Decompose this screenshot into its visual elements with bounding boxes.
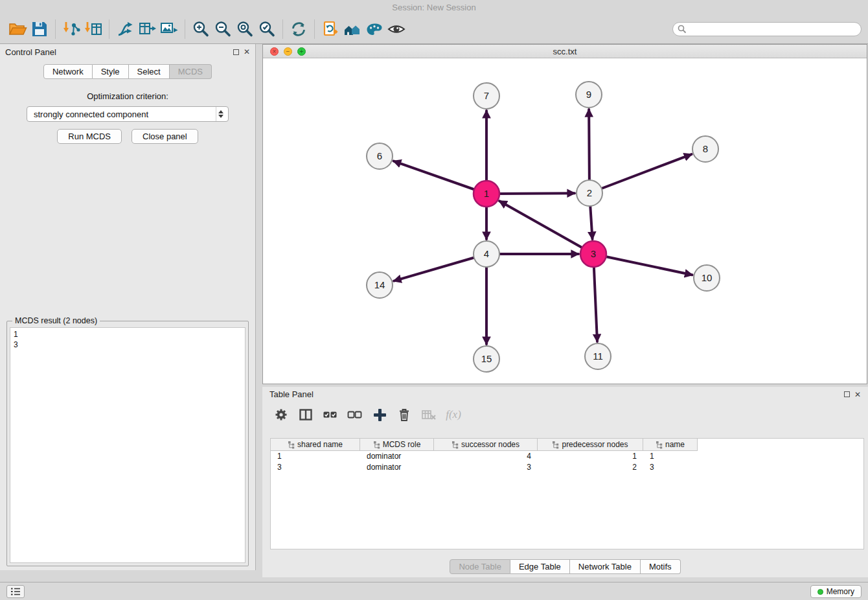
open-session-icon[interactable] — [6, 18, 29, 40]
cell-MCDS-role: dominator — [360, 462, 434, 473]
status-bar: Memory — [0, 582, 868, 600]
tab-node-table[interactable]: Node Table — [450, 559, 510, 574]
table-row[interactable]: 3dominator323 — [271, 462, 863, 473]
graph-node-8[interactable]: 8 — [692, 136, 718, 162]
mcds-result-line: 3 — [14, 340, 242, 350]
import-network-icon[interactable] — [60, 18, 82, 40]
column-header-successor-nodes[interactable]: successor nodes — [434, 439, 538, 451]
graph-node-7[interactable]: 7 — [474, 83, 499, 109]
network-canvas[interactable]: 1234678910111415 — [263, 58, 867, 383]
cell-name: 3 — [643, 462, 698, 473]
tab-network[interactable]: Network — [43, 64, 93, 79]
column-header-name[interactable]: name — [643, 439, 698, 451]
svg-text:1: 1 — [484, 188, 489, 199]
save-session-icon[interactable] — [29, 18, 51, 40]
mcds-result-list[interactable]: 13 — [10, 327, 246, 563]
delete-column-trash-icon[interactable] — [396, 406, 413, 423]
import-table-icon[interactable] — [82, 18, 104, 40]
network-window-title: scc.txt — [263, 45, 867, 58]
cell-successor-nodes: 3 — [434, 462, 538, 473]
table-body: 1dominator4113dominator323 — [271, 451, 863, 473]
cell-shared-name: 1 — [271, 451, 360, 462]
cell-name: 1 — [643, 451, 698, 462]
zoom-selected-icon[interactable] — [256, 18, 278, 40]
toolbar-separator — [282, 19, 283, 39]
cell-successor-nodes: 4 — [434, 451, 538, 462]
memory-status-icon — [817, 589, 823, 595]
select-all-rows-icon[interactable] — [322, 406, 339, 423]
graph-edge-3-1[interactable] — [499, 201, 593, 254]
zoom-in-icon[interactable] — [190, 18, 212, 40]
close-table-panel-icon[interactable]: ✕ — [854, 391, 861, 398]
optimization-criterion-select[interactable]: strongly connected component — [27, 106, 229, 122]
graph-node-10[interactable]: 10 — [694, 265, 720, 291]
svg-text:15: 15 — [481, 353, 492, 364]
svg-text:8: 8 — [703, 143, 708, 154]
tab-mcds[interactable]: MCDS — [170, 64, 212, 79]
run-mcds-button[interactable]: Run MCDS — [57, 129, 122, 144]
export-image-icon[interactable] — [158, 18, 180, 40]
dropdown-selected-value: strongly connected component — [34, 110, 148, 119]
graph-node-14[interactable]: 14 — [367, 272, 393, 298]
close-panel-button[interactable]: Close panel — [131, 129, 198, 144]
dropdown-stepper-icon — [216, 107, 225, 121]
export-network-icon[interactable] — [114, 18, 136, 40]
style-palette-icon[interactable] — [363, 18, 385, 40]
show-hide-graphics-icon[interactable] — [385, 18, 407, 40]
export-table-icon[interactable] — [136, 18, 158, 40]
graph-edge-1-6[interactable] — [394, 161, 486, 194]
optimization-criterion-label: Optimization criterion: — [0, 91, 255, 101]
column-header-shared-name[interactable]: shared name — [271, 439, 360, 451]
graph-node-4[interactable]: 4 — [474, 241, 499, 267]
task-history-list-icon[interactable] — [6, 585, 25, 598]
refresh-icon[interactable] — [288, 18, 310, 40]
show-columns-icon[interactable] — [297, 406, 314, 423]
tab-style[interactable]: Style — [93, 64, 129, 79]
float-panel-icon[interactable] — [233, 49, 239, 55]
svg-text:4: 4 — [484, 248, 489, 259]
delete-table-icon-disabled — [420, 406, 437, 423]
table-settings-gear-icon[interactable] — [273, 406, 290, 423]
graph-node-3[interactable]: 3 — [580, 241, 606, 267]
tab-edge-table[interactable]: Edge Table — [510, 559, 570, 574]
float-table-panel-icon[interactable] — [844, 391, 850, 397]
control-panel-header: Control Panel ✕ — [0, 44, 255, 60]
mcds-result-line: 1 — [14, 329, 242, 340]
add-column-icon[interactable] — [371, 406, 388, 423]
zoom-fit-icon[interactable] — [234, 18, 256, 40]
svg-text:3: 3 — [591, 248, 596, 259]
graph-node-9[interactable]: 9 — [576, 82, 602, 108]
graph-node-1[interactable]: 1 — [474, 181, 499, 207]
clone-network-icon[interactable] — [319, 18, 341, 40]
graph-node-2[interactable]: 2 — [577, 180, 602, 206]
tab-select[interactable]: Select — [129, 64, 170, 79]
control-panel-tabs: NetworkStyleSelectMCDS — [0, 64, 255, 79]
graph-node-6[interactable]: 6 — [367, 143, 393, 169]
tab-network-table[interactable]: Network Table — [570, 559, 641, 574]
graph-edge-2-8[interactable] — [589, 154, 691, 193]
deselect-all-rows-icon[interactable] — [347, 406, 363, 423]
network-window-titlebar[interactable]: × − + scc.txt — [263, 45, 867, 58]
search-input[interactable] — [672, 22, 862, 36]
table-row[interactable]: 1dominator411 — [271, 451, 863, 462]
graph-edge-3-10[interactable] — [593, 254, 692, 275]
svg-text:6: 6 — [377, 150, 382, 161]
zoom-out-icon[interactable] — [212, 18, 234, 40]
table-panel-header: Table Panel ✕ — [262, 387, 868, 402]
memory-button[interactable]: Memory — [810, 585, 862, 598]
column-header-predecessor-nodes[interactable]: predecessor nodes — [538, 439, 643, 451]
close-panel-icon[interactable]: ✕ — [244, 48, 250, 56]
column-header-MCDS-role[interactable]: MCDS role — [360, 439, 434, 451]
graph-edge-4-14[interactable] — [394, 254, 486, 281]
toolbar-separator — [55, 19, 56, 39]
main-toolbar — [0, 14, 868, 44]
graph-node-15[interactable]: 15 — [474, 346, 499, 372]
svg-text:11: 11 — [593, 351, 603, 362]
tab-motifs[interactable]: Motifs — [641, 559, 681, 574]
graph-node-11[interactable]: 11 — [585, 343, 611, 369]
svg-text:9: 9 — [586, 89, 591, 100]
cell-predecessor-nodes: 1 — [538, 451, 643, 462]
network-overview-icon[interactable] — [341, 18, 363, 40]
table-panel-title: Table Panel — [269, 389, 314, 399]
search-box — [672, 22, 862, 36]
